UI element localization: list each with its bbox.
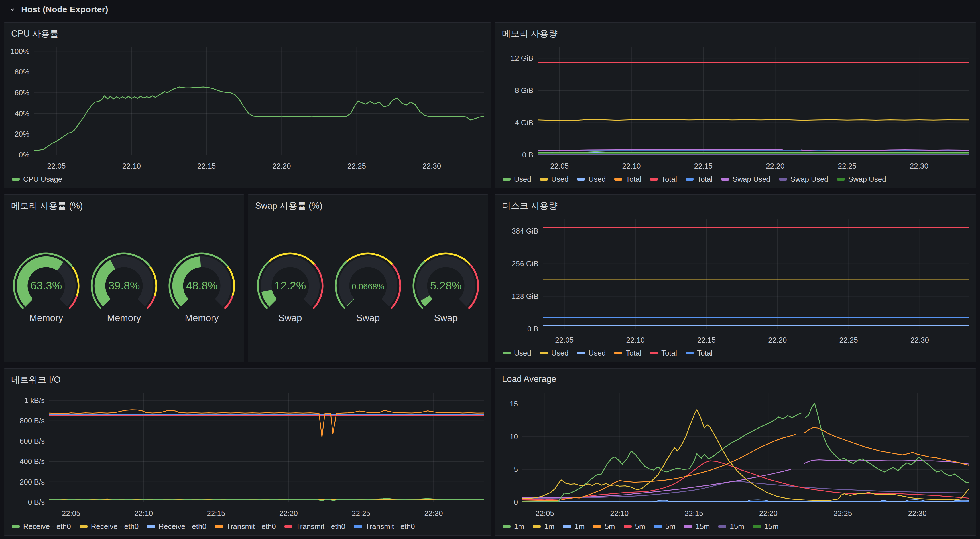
legend-item[interactable]: Transmit - eth0 bbox=[215, 522, 276, 531]
legend-item[interactable]: 15m bbox=[718, 522, 744, 531]
legend-label: CPU Usage bbox=[23, 175, 62, 183]
legend-item[interactable]: 15m bbox=[753, 522, 779, 531]
cpu-plot-svg bbox=[34, 47, 484, 155]
gauge-swap[interactable]: 12.2%Swap bbox=[254, 251, 326, 324]
legend-item[interactable]: Receive - eth0 bbox=[80, 522, 139, 531]
legend-swatch bbox=[577, 178, 585, 180]
legend-item[interactable]: CPU Usage bbox=[12, 175, 62, 183]
legend-item[interactable]: Transmit - eth0 bbox=[285, 522, 345, 531]
x-tick: 22:25 bbox=[352, 509, 370, 518]
legend-item[interactable]: Used bbox=[540, 349, 569, 358]
legend-label: Total bbox=[661, 175, 677, 183]
legend-item[interactable]: 1m bbox=[533, 522, 554, 531]
chevron-down-icon[interactable] bbox=[8, 6, 16, 13]
legend-label: 15m bbox=[695, 522, 710, 531]
disk-usage-chart[interactable] bbox=[543, 219, 969, 329]
legend-label: Total bbox=[697, 175, 713, 183]
legend-item[interactable]: 5m bbox=[624, 522, 645, 531]
x-tick: 22:15 bbox=[697, 336, 716, 344]
legend-swatch bbox=[614, 352, 622, 354]
legend-item[interactable]: Used bbox=[540, 175, 569, 183]
legend-item[interactable]: 1m bbox=[563, 522, 585, 531]
legend: CPU Usage bbox=[12, 172, 487, 186]
y-tick: 10 bbox=[510, 432, 518, 441]
legend-item[interactable]: Swap Used bbox=[721, 175, 770, 183]
legend-label: 15m bbox=[730, 522, 744, 531]
legend-swatch bbox=[503, 178, 511, 180]
x-tick: 22:25 bbox=[840, 336, 858, 344]
y-axis-labels: 0 B128 GiB256 GiB384 GiB bbox=[495, 219, 538, 329]
legend-item[interactable]: Swap Used bbox=[837, 175, 886, 183]
legend-swatch bbox=[686, 352, 694, 354]
row-title[interactable]: Host (Node Exporter) bbox=[21, 5, 108, 14]
legend-swatch bbox=[593, 525, 601, 528]
legend-label: 5m bbox=[605, 522, 615, 531]
legend-item[interactable]: Used bbox=[503, 349, 531, 358]
panel-title[interactable]: CPU 사용률 bbox=[4, 22, 490, 45]
legend-item[interactable]: Swap Used bbox=[779, 175, 828, 183]
series-1m bbox=[522, 403, 969, 502]
legend: UsedUsedUsedTotalTotalTotal bbox=[503, 346, 972, 360]
y-tick: 12 GiB bbox=[511, 54, 534, 63]
x-tick: 22:20 bbox=[766, 162, 784, 171]
legend-item[interactable]: Total bbox=[614, 175, 641, 183]
gauge-arc: 63.3% bbox=[10, 251, 82, 310]
gauge-arc: 48.8% bbox=[166, 251, 238, 310]
legend-item[interactable]: 1m bbox=[503, 522, 524, 531]
legend-item[interactable]: Receive - eth0 bbox=[12, 522, 71, 531]
legend-item[interactable]: Total bbox=[614, 349, 641, 358]
gauge-memory[interactable]: 39.8%Memory bbox=[88, 251, 160, 324]
legend-item[interactable]: Total bbox=[686, 175, 713, 183]
x-axis-labels: 22:0522:1022:1522:2022:2522:30 bbox=[543, 333, 969, 344]
series-transmit-eth0 bbox=[49, 410, 484, 437]
network-io-chart[interactable] bbox=[49, 393, 484, 502]
panel-network-io: 네트워크 I/O 0 B/s200 B/s400 B/s600 B/s800 B… bbox=[4, 368, 491, 536]
legend-item[interactable]: Receive - eth0 bbox=[147, 522, 206, 531]
panel-title[interactable]: 디스크 사용량 bbox=[495, 195, 976, 218]
legend-item[interactable]: Total bbox=[650, 175, 677, 183]
gauge-memory[interactable]: 63.3%Memory bbox=[10, 251, 82, 324]
gauge-swap[interactable]: 5.28%Swap bbox=[410, 251, 482, 324]
gauge-swap[interactable]: 0.0668%Swap bbox=[332, 251, 404, 324]
panel-title[interactable]: 네트워크 I/O bbox=[4, 369, 490, 392]
panel-disk-usage: 디스크 사용량 0 B128 GiB256 GiB384 GiB 22:0522… bbox=[495, 195, 976, 362]
legend-item[interactable]: Used bbox=[577, 175, 606, 183]
panel-title[interactable]: 메모리 사용량 bbox=[495, 22, 976, 45]
legend-label: Receive - eth0 bbox=[23, 522, 71, 531]
network-plot-svg bbox=[49, 393, 484, 502]
legend-item[interactable]: 15m bbox=[684, 522, 710, 531]
legend-item[interactable]: Used bbox=[503, 175, 531, 183]
cpu-usage-chart[interactable] bbox=[34, 47, 484, 155]
gauge-memory[interactable]: 48.8%Memory bbox=[166, 251, 238, 324]
legend-item[interactable]: 5m bbox=[654, 522, 676, 531]
memory-usage-chart[interactable] bbox=[538, 47, 969, 155]
legend-swatch bbox=[354, 525, 362, 528]
legend-swatch bbox=[540, 352, 548, 354]
panel-title[interactable]: Load Average bbox=[495, 369, 976, 392]
y-tick: 20% bbox=[14, 130, 29, 139]
legend-swatch bbox=[686, 178, 694, 180]
legend-item[interactable]: Total bbox=[686, 349, 713, 358]
legend-item[interactable]: Total bbox=[650, 349, 677, 358]
y-tick: 0 B/s bbox=[28, 498, 45, 507]
load-average-chart[interactable] bbox=[522, 393, 969, 502]
x-tick: 22:10 bbox=[122, 162, 141, 171]
legend-swatch bbox=[721, 178, 729, 180]
legend-item[interactable]: 5m bbox=[593, 522, 615, 531]
legend-swatch bbox=[779, 178, 787, 180]
legend: Receive - eth0Receive - eth0Receive - et… bbox=[12, 520, 487, 533]
legend-label: Receive - eth0 bbox=[159, 522, 206, 531]
legend-swatch bbox=[285, 525, 293, 528]
x-tick: 22:05 bbox=[555, 336, 574, 344]
legend-item[interactable]: Transmit - eth0 bbox=[354, 522, 415, 531]
legend-label: Transmit - eth0 bbox=[366, 522, 415, 531]
legend-item[interactable]: Used bbox=[577, 349, 606, 358]
gauge-label: Swap bbox=[434, 313, 458, 324]
x-tick: 22:10 bbox=[134, 509, 153, 518]
gauge-value: 0.0668% bbox=[352, 282, 384, 291]
x-tick: 22:05 bbox=[550, 162, 569, 171]
y-tick: 256 GiB bbox=[512, 259, 538, 268]
panel-load-average: Load Average 051015 22:0522:1022:1522:20… bbox=[495, 368, 976, 536]
x-tick: 22:30 bbox=[422, 162, 441, 171]
gauge-label: Swap bbox=[356, 313, 380, 324]
